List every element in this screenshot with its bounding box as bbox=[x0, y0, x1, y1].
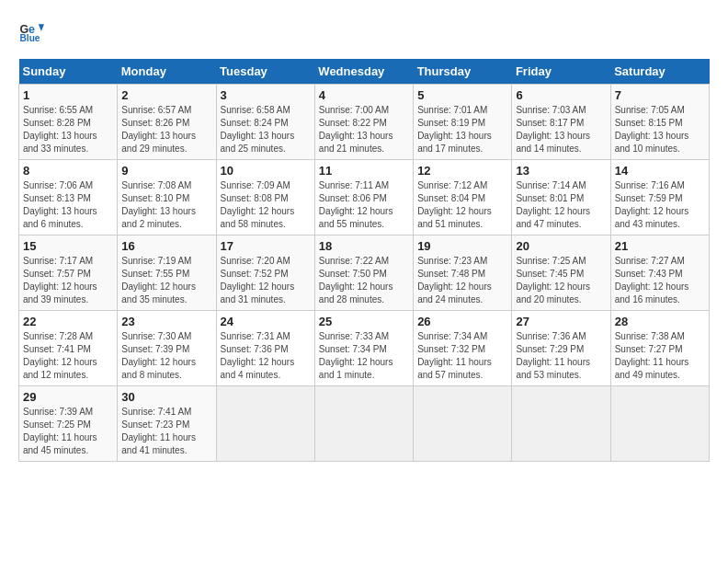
day-cell: 12Sunrise: 7:12 AMSunset: 8:04 PMDayligh… bbox=[414, 160, 512, 236]
day-cell: 6Sunrise: 7:03 AMSunset: 8:17 PMDaylight… bbox=[512, 85, 610, 160]
day-cell: 7Sunrise: 7:05 AMSunset: 8:15 PMDaylight… bbox=[610, 85, 709, 160]
day-cell: 23Sunrise: 7:30 AMSunset: 7:39 PMDayligh… bbox=[118, 311, 216, 386]
day-info: Sunrise: 7:00 AMSunset: 8:22 PMDaylight:… bbox=[319, 104, 409, 155]
day-cell: 14Sunrise: 7:16 AMSunset: 7:59 PMDayligh… bbox=[610, 160, 709, 236]
week-row-5: 29Sunrise: 7:39 AMSunset: 7:25 PMDayligh… bbox=[19, 386, 710, 462]
day-cell: 29Sunrise: 7:39 AMSunset: 7:25 PMDayligh… bbox=[19, 386, 118, 462]
day-info: Sunrise: 7:01 AMSunset: 8:19 PMDaylight:… bbox=[417, 104, 507, 155]
day-cell bbox=[216, 386, 314, 462]
day-info: Sunrise: 7:05 AMSunset: 8:15 PMDaylight:… bbox=[615, 104, 705, 155]
day-info: Sunrise: 7:03 AMSunset: 8:17 PMDaylight:… bbox=[516, 104, 606, 155]
day-info: Sunrise: 7:28 AMSunset: 7:41 PMDaylight:… bbox=[23, 330, 113, 382]
day-number: 7 bbox=[615, 88, 705, 102]
day-number: 15 bbox=[23, 239, 113, 253]
page-header: G e Blue bbox=[18, 18, 710, 44]
logo-icon: G e Blue bbox=[18, 18, 44, 44]
day-cell: 9Sunrise: 7:08 AMSunset: 8:10 PMDaylight… bbox=[118, 160, 216, 236]
day-number: 19 bbox=[417, 239, 507, 253]
week-row-1: 1Sunrise: 6:55 AMSunset: 8:28 PMDaylight… bbox=[19, 85, 710, 160]
day-cell: 13Sunrise: 7:14 AMSunset: 8:01 PMDayligh… bbox=[512, 160, 610, 236]
logo: G e Blue bbox=[18, 18, 48, 44]
day-cell bbox=[512, 386, 610, 462]
day-info: Sunrise: 7:19 AMSunset: 7:55 PMDaylight:… bbox=[121, 255, 211, 306]
day-info: Sunrise: 7:39 AMSunset: 7:25 PMDaylight:… bbox=[23, 406, 113, 457]
day-number: 4 bbox=[319, 88, 409, 102]
day-cell: 25Sunrise: 7:33 AMSunset: 7:34 PMDayligh… bbox=[314, 311, 413, 386]
day-info: Sunrise: 7:09 AMSunset: 8:08 PMDaylight:… bbox=[221, 179, 311, 231]
day-number: 27 bbox=[516, 315, 606, 328]
day-number: 6 bbox=[516, 88, 606, 102]
day-cell: 2Sunrise: 6:57 AMSunset: 8:26 PMDaylight… bbox=[118, 85, 216, 160]
day-cell: 3Sunrise: 6:58 AMSunset: 8:24 PMDaylight… bbox=[216, 85, 314, 160]
day-info: Sunrise: 7:27 AMSunset: 7:43 PMDaylight:… bbox=[615, 255, 705, 306]
day-number: 29 bbox=[23, 390, 113, 404]
day-info: Sunrise: 7:08 AMSunset: 8:10 PMDaylight:… bbox=[121, 179, 211, 231]
day-cell: 17Sunrise: 7:20 AMSunset: 7:52 PMDayligh… bbox=[216, 236, 314, 311]
col-header-friday: Friday bbox=[512, 59, 610, 85]
day-number: 22 bbox=[23, 315, 113, 328]
day-info: Sunrise: 7:06 AMSunset: 8:13 PMDaylight:… bbox=[23, 179, 113, 231]
week-row-2: 8Sunrise: 7:06 AMSunset: 8:13 PMDaylight… bbox=[19, 160, 710, 236]
day-cell: 21Sunrise: 7:27 AMSunset: 7:43 PMDayligh… bbox=[610, 236, 709, 311]
day-info: Sunrise: 7:41 AMSunset: 7:23 PMDaylight:… bbox=[121, 406, 211, 457]
day-info: Sunrise: 7:34 AMSunset: 7:32 PMDaylight:… bbox=[417, 330, 507, 382]
day-number: 2 bbox=[121, 88, 211, 102]
day-info: Sunrise: 7:11 AMSunset: 8:06 PMDaylight:… bbox=[319, 179, 409, 231]
day-cell bbox=[610, 386, 709, 462]
day-number: 23 bbox=[121, 315, 211, 328]
day-cell: 24Sunrise: 7:31 AMSunset: 7:36 PMDayligh… bbox=[216, 311, 314, 386]
calendar-table: SundayMondayTuesdayWednesdayThursdayFrid… bbox=[18, 59, 710, 462]
day-number: 16 bbox=[121, 239, 211, 253]
day-number: 8 bbox=[23, 164, 113, 178]
day-cell: 19Sunrise: 7:23 AMSunset: 7:48 PMDayligh… bbox=[414, 236, 512, 311]
day-info: Sunrise: 7:33 AMSunset: 7:34 PMDaylight:… bbox=[319, 330, 409, 382]
day-cell: 8Sunrise: 7:06 AMSunset: 8:13 PMDaylight… bbox=[19, 160, 118, 236]
day-number: 9 bbox=[121, 164, 211, 178]
day-number: 20 bbox=[516, 239, 606, 253]
day-cell: 10Sunrise: 7:09 AMSunset: 8:08 PMDayligh… bbox=[216, 160, 314, 236]
day-info: Sunrise: 7:38 AMSunset: 7:27 PMDaylight:… bbox=[615, 330, 705, 382]
day-number: 5 bbox=[417, 88, 507, 102]
day-cell: 20Sunrise: 7:25 AMSunset: 7:45 PMDayligh… bbox=[512, 236, 610, 311]
day-cell: 28Sunrise: 7:38 AMSunset: 7:27 PMDayligh… bbox=[610, 311, 709, 386]
day-cell: 27Sunrise: 7:36 AMSunset: 7:29 PMDayligh… bbox=[512, 311, 610, 386]
day-number: 13 bbox=[516, 164, 606, 178]
day-info: Sunrise: 6:57 AMSunset: 8:26 PMDaylight:… bbox=[121, 104, 211, 155]
svg-text:Blue: Blue bbox=[20, 33, 40, 43]
day-cell bbox=[314, 386, 413, 462]
week-row-4: 22Sunrise: 7:28 AMSunset: 7:41 PMDayligh… bbox=[19, 311, 710, 386]
day-info: Sunrise: 6:58 AMSunset: 8:24 PMDaylight:… bbox=[221, 104, 311, 155]
day-number: 28 bbox=[615, 315, 705, 328]
svg-marker-2 bbox=[39, 24, 44, 31]
col-header-tuesday: Tuesday bbox=[216, 59, 314, 85]
day-number: 11 bbox=[319, 164, 409, 178]
day-info: Sunrise: 7:31 AMSunset: 7:36 PMDaylight:… bbox=[221, 330, 311, 382]
day-info: Sunrise: 7:25 AMSunset: 7:45 PMDaylight:… bbox=[516, 255, 606, 306]
day-info: Sunrise: 7:12 AMSunset: 8:04 PMDaylight:… bbox=[417, 179, 507, 231]
day-number: 17 bbox=[221, 239, 311, 253]
day-cell: 11Sunrise: 7:11 AMSunset: 8:06 PMDayligh… bbox=[314, 160, 413, 236]
day-cell: 1Sunrise: 6:55 AMSunset: 8:28 PMDaylight… bbox=[19, 85, 118, 160]
day-cell: 18Sunrise: 7:22 AMSunset: 7:50 PMDayligh… bbox=[314, 236, 413, 311]
header-row: SundayMondayTuesdayWednesdayThursdayFrid… bbox=[19, 59, 710, 85]
day-number: 24 bbox=[221, 315, 311, 328]
day-number: 25 bbox=[319, 315, 409, 328]
day-cell bbox=[414, 386, 512, 462]
day-cell: 5Sunrise: 7:01 AMSunset: 8:19 PMDaylight… bbox=[414, 85, 512, 160]
day-info: Sunrise: 7:17 AMSunset: 7:57 PMDaylight:… bbox=[23, 255, 113, 306]
day-info: Sunrise: 7:20 AMSunset: 7:52 PMDaylight:… bbox=[221, 255, 311, 306]
col-header-thursday: Thursday bbox=[414, 59, 512, 85]
day-info: Sunrise: 7:30 AMSunset: 7:39 PMDaylight:… bbox=[121, 330, 211, 382]
day-info: Sunrise: 7:16 AMSunset: 7:59 PMDaylight:… bbox=[615, 179, 705, 231]
day-number: 3 bbox=[221, 88, 311, 102]
day-number: 26 bbox=[417, 315, 507, 328]
day-number: 18 bbox=[319, 239, 409, 253]
day-info: Sunrise: 7:23 AMSunset: 7:48 PMDaylight:… bbox=[417, 255, 507, 306]
day-info: Sunrise: 7:22 AMSunset: 7:50 PMDaylight:… bbox=[319, 255, 409, 306]
col-header-sunday: Sunday bbox=[19, 59, 118, 85]
day-number: 10 bbox=[221, 164, 311, 178]
day-cell: 22Sunrise: 7:28 AMSunset: 7:41 PMDayligh… bbox=[19, 311, 118, 386]
col-header-monday: Monday bbox=[118, 59, 216, 85]
day-number: 14 bbox=[615, 164, 705, 178]
day-info: Sunrise: 6:55 AMSunset: 8:28 PMDaylight:… bbox=[23, 104, 113, 155]
